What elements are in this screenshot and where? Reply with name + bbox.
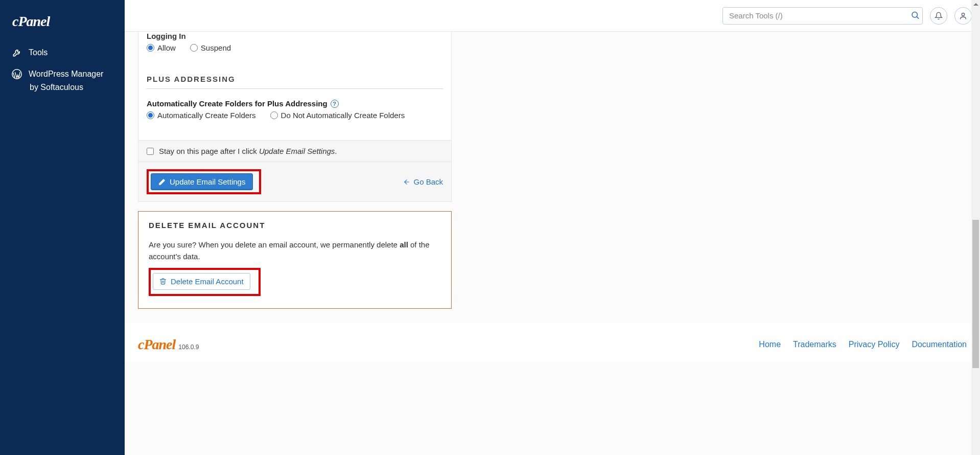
radio-allow[interactable] — [147, 44, 154, 52]
delete-text-bold: all — [400, 240, 408, 249]
stay-em: Update Email Settings — [259, 147, 335, 155]
search-icon[interactable] — [911, 10, 920, 21]
stay-on-page-text: Stay on this page after I click Update E… — [159, 147, 337, 155]
tools-icon — [11, 47, 22, 58]
delete-email-account-button[interactable]: Delete Email Account — [153, 273, 250, 290]
arrow-left-icon — [403, 178, 410, 186]
user-button[interactable] — [954, 7, 972, 25]
update-button-label: Update Email Settings — [170, 177, 245, 186]
footer-links: Home Trademarks Privacy Policy Documenta… — [759, 340, 967, 349]
scrollbar-thumb[interactable] — [972, 220, 979, 368]
logo-text: cPanel — [12, 13, 50, 29]
topbar — [125, 0, 980, 32]
footer-brand: cPanel 106.0.9 — [138, 336, 199, 353]
user-icon — [959, 12, 967, 20]
logging-in-allow[interactable]: Allow — [147, 43, 176, 52]
stay-prefix: Stay on this page after I click — [159, 147, 259, 155]
footer: cPanel 106.0.9 Home Trademarks Privacy P… — [125, 323, 980, 362]
update-email-settings-button[interactable]: Update Email Settings — [151, 173, 253, 190]
radio-suspend[interactable] — [190, 44, 198, 52]
trash-icon — [159, 278, 167, 285]
logging-in-label: Logging In — [147, 32, 443, 40]
sidebar-item-wordpress-sub: by Softaculous — [0, 83, 125, 97]
sidebar-item-tools[interactable]: Tools — [0, 42, 125, 63]
radio-no-auto-create[interactable] — [270, 111, 278, 119]
radio-allow-label: Allow — [157, 43, 176, 52]
sidebar-item-wordpress[interactable]: WordPress Manager — [0, 63, 125, 85]
footer-logo: cPanel — [138, 336, 175, 353]
bell-icon — [935, 12, 943, 20]
wordpress-icon — [11, 69, 22, 80]
plus-addressing-heading: PLUS ADDRESSING — [147, 75, 443, 89]
sidebar-item-label: Tools — [29, 48, 48, 57]
email-settings-panel: Logging In Allow Suspend PLUS ADDRE — [138, 32, 452, 202]
help-icon[interactable]: ? — [331, 100, 339, 108]
auto-folders-text: Automatically Create Folders for Plus Ad… — [147, 99, 328, 108]
sidebar: cPanel Tools WordPress Manager by Softac… — [0, 0, 125, 455]
go-back-label: Go Back — [413, 177, 443, 186]
logging-in-suspend[interactable]: Suspend — [190, 43, 231, 52]
svg-point-3 — [962, 13, 964, 15]
stay-on-page-checkbox[interactable] — [147, 148, 154, 155]
delete-warning-text: Are you sure? When you delete an email a… — [149, 239, 441, 263]
sidebar-item-label: WordPress Manager — [29, 70, 103, 79]
auto-create-option[interactable]: Automatically Create Folders — [147, 111, 256, 120]
radio-auto-create[interactable] — [147, 111, 154, 119]
footer-link-home[interactable]: Home — [759, 340, 781, 349]
delete-text-before: Are you sure? When you delete an email a… — [149, 240, 400, 249]
delete-highlight: Delete Email Account — [149, 268, 261, 296]
scroll-up-arrow-icon[interactable] — [971, 0, 980, 9]
footer-link-privacy[interactable]: Privacy Policy — [849, 340, 900, 349]
delete-heading: DELETE EMAIL ACCOUNT — [149, 221, 441, 230]
footer-link-documentation[interactable]: Documentation — [912, 340, 967, 349]
footer-version: 106.0.9 — [178, 344, 199, 351]
auto-folders-field-label: Automatically Create Folders for Plus Ad… — [147, 99, 443, 108]
delete-button-label: Delete Email Account — [171, 277, 244, 286]
go-back-link[interactable]: Go Back — [403, 177, 443, 186]
footer-link-trademarks[interactable]: Trademarks — [793, 340, 836, 349]
action-bar: Update Email Settings Go Back — [138, 162, 451, 201]
radio-auto-create-label: Automatically Create Folders — [157, 111, 256, 120]
notifications-button[interactable] — [930, 7, 947, 25]
svg-line-2 — [917, 16, 918, 18]
radio-no-auto-create-label: Do Not Automatically Create Folders — [281, 111, 405, 120]
search-input[interactable] — [722, 7, 923, 25]
no-auto-create-option[interactable]: Do Not Automatically Create Folders — [270, 111, 405, 120]
stay-on-page-row: Stay on this page after I click Update E… — [138, 140, 451, 162]
radio-suspend-label: Suspend — [201, 43, 231, 52]
delete-email-panel: DELETE EMAIL ACCOUNT Are you sure? When … — [138, 211, 452, 309]
logo: cPanel — [0, 8, 125, 42]
pencil-icon — [158, 178, 166, 186]
search-wrap — [722, 7, 923, 25]
update-highlight: Update Email Settings — [147, 169, 261, 194]
stay-suffix: . — [335, 147, 337, 155]
scrollbar[interactable] — [971, 0, 980, 455]
